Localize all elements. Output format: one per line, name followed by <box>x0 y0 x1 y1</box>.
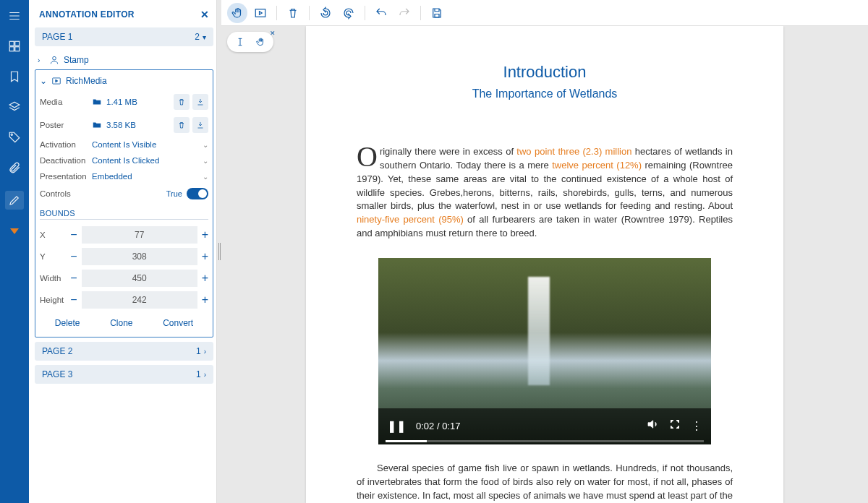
page3-header[interactable]: PAGE 3 1› <box>35 365 213 384</box>
delete-button[interactable] <box>283 3 303 23</box>
width-decrement[interactable]: − <box>70 272 77 285</box>
poster-label: Poster <box>40 121 92 129</box>
media-delete-button[interactable] <box>174 94 190 110</box>
activation-label: Activation <box>40 140 92 149</box>
toolbar <box>221 0 868 26</box>
close-float-icon[interactable]: ✕ <box>270 30 276 37</box>
height-label: Height <box>40 296 66 304</box>
dropcap: O <box>357 145 380 168</box>
pause-button[interactable]: ❚❚ <box>387 418 406 434</box>
page3-label: PAGE 3 <box>42 369 72 379</box>
folder-icon <box>92 120 102 130</box>
redo-button[interactable] <box>394 3 414 23</box>
page1-header[interactable]: PAGE 1 2▾ <box>35 27 213 46</box>
left-rail <box>0 0 29 503</box>
height-decrement[interactable]: − <box>70 293 77 306</box>
more-icon[interactable]: ⋮ <box>691 418 702 434</box>
deactivation-value[interactable]: Content Is Clicked <box>92 156 203 165</box>
y-label: Y <box>40 252 66 261</box>
y-decrement[interactable]: − <box>70 250 77 263</box>
svg-rect-2 <box>9 47 14 51</box>
person-icon <box>49 55 59 65</box>
page2-label: PAGE 2 <box>42 346 72 356</box>
x-increment[interactable]: + <box>202 228 208 241</box>
height-input[interactable] <box>82 291 197 309</box>
chevron-right-icon: › <box>204 348 206 356</box>
document-page: Introduction The Importance of Wetlands … <box>306 26 783 503</box>
fullscreen-icon[interactable] <box>669 418 681 434</box>
x-label: X <box>40 231 66 239</box>
annotation-panel: ANNOTATION EDITOR ✕ PAGE 1 2▾ › Stamp ⌄ … <box>29 0 217 503</box>
x-input[interactable] <box>82 226 197 244</box>
separator <box>365 6 365 20</box>
clone-button[interactable]: Clone <box>110 318 132 328</box>
svg-rect-7 <box>255 9 265 17</box>
page1-label: PAGE 1 <box>42 32 72 42</box>
chevron-down-icon[interactable]: ⌄ <box>203 173 208 181</box>
hand-icon[interactable] <box>253 35 268 49</box>
text-cursor-icon[interactable] <box>233 35 247 49</box>
save-button[interactable] <box>427 3 447 23</box>
media-download-button[interactable] <box>192 94 208 110</box>
y-increment[interactable]: + <box>202 250 208 263</box>
chevron-right-icon: › <box>38 56 45 64</box>
width-input[interactable] <box>82 270 197 287</box>
doc-subtitle: The Importance of Wetlands <box>357 85 733 102</box>
width-increment[interactable]: + <box>202 272 208 285</box>
poster-delete-button[interactable] <box>174 117 190 133</box>
rotate-left-button[interactable] <box>315 3 336 23</box>
svg-point-5 <box>53 56 56 60</box>
height-increment[interactable]: + <box>202 293 208 306</box>
hand-tool-button[interactable] <box>227 3 247 23</box>
video-time: 0:02 / 0:17 <box>416 420 460 434</box>
media-tool-button[interactable] <box>250 3 271 23</box>
width-label: Width <box>40 274 66 283</box>
svg-point-4 <box>11 134 12 135</box>
convert-button[interactable]: Convert <box>163 318 193 328</box>
controls-value: True <box>166 189 182 198</box>
document-canvas[interactable]: ✕ Introduction The Importance of Wetland… <box>221 26 868 503</box>
bookmark-icon[interactable] <box>7 69 22 84</box>
chevron-right-icon: › <box>204 371 206 379</box>
embedded-video[interactable]: ❚❚ 0:02 / 0:17 ⋮ <box>378 258 711 444</box>
media-icon <box>51 76 61 86</box>
poster-value[interactable]: 3.58 KB <box>92 120 174 130</box>
edit-icon[interactable] <box>5 191 24 210</box>
presentation-value[interactable]: Embedded <box>92 172 203 181</box>
deactivation-label: Deactivation <box>40 156 92 165</box>
svg-rect-0 <box>9 41 14 46</box>
video-controls: ❚❚ 0:02 / 0:17 ⋮ <box>378 408 711 444</box>
page2-header[interactable]: PAGE 2 1› <box>35 342 213 361</box>
svg-rect-1 <box>15 41 20 46</box>
media-value[interactable]: 1.41 MB <box>92 97 174 107</box>
video-progress[interactable] <box>386 440 704 442</box>
volume-icon[interactable] <box>646 418 659 435</box>
close-panel-icon[interactable]: ✕ <box>200 9 209 20</box>
grid-icon[interactable] <box>7 39 22 53</box>
folder-icon <box>92 97 102 107</box>
separator <box>309 6 310 20</box>
controls-toggle[interactable] <box>187 188 208 199</box>
y-input[interactable] <box>82 248 197 265</box>
menu-icon[interactable] <box>7 9 22 23</box>
undo-button[interactable] <box>371 3 391 23</box>
tag-icon[interactable] <box>7 130 22 145</box>
poster-download-button[interactable] <box>192 117 208 133</box>
chevron-down-icon[interactable]: ⌄ <box>203 141 208 149</box>
stamp-item[interactable]: › Stamp <box>35 51 213 69</box>
svg-rect-3 <box>15 47 20 51</box>
paragraph-1: Originally there were in excess of two p… <box>357 145 733 241</box>
layers-icon[interactable] <box>7 100 22 114</box>
chevron-down-icon[interactable]: ⌄ <box>203 157 208 165</box>
main-area: ✕ Introduction The Importance of Wetland… <box>221 0 868 503</box>
delete-button[interactable]: Delete <box>55 318 80 328</box>
attachment-icon[interactable] <box>7 160 22 175</box>
presentation-label: Presentation <box>40 172 92 181</box>
richmedia-header[interactable]: ⌄ RichMedia <box>40 73 208 90</box>
chevron-down-icon: ▾ <box>203 33 206 41</box>
x-decrement[interactable]: − <box>70 228 77 241</box>
activation-value[interactable]: Content Is Visible <box>92 140 203 149</box>
bounds-title: BOUNDS <box>40 203 208 220</box>
doc-title: Introduction <box>357 61 733 84</box>
rotate-right-button[interactable] <box>339 3 359 23</box>
